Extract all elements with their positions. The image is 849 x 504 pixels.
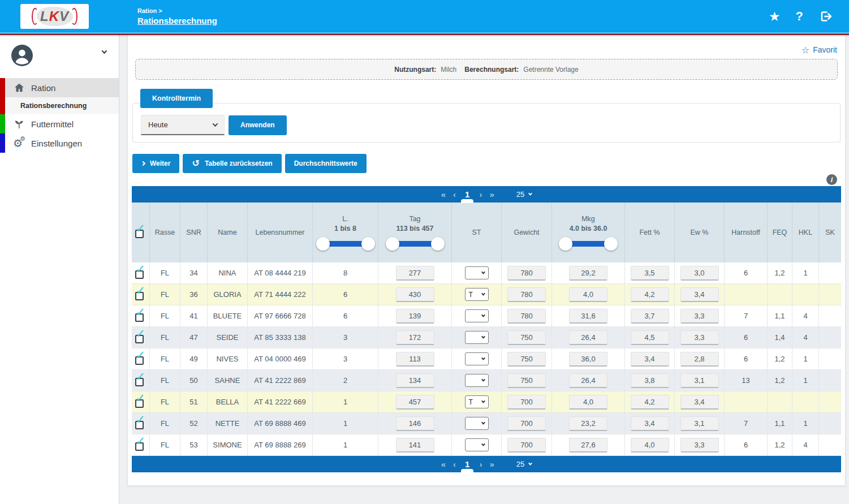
ew-input[interactable]: 3,4 (680, 395, 719, 410)
gewicht-input[interactable]: 780 (507, 309, 546, 324)
mkg-input[interactable]: 29,2 (569, 266, 607, 281)
gewicht-input[interactable]: 750 (507, 352, 546, 367)
ew-input[interactable]: 3,3 (680, 330, 719, 345)
user-chevron-down-icon[interactable] (102, 48, 107, 54)
tag-input[interactable]: 134 (396, 373, 434, 388)
current-page[interactable]: 1 (463, 189, 471, 199)
row-checkbox[interactable]: ✓ (135, 375, 146, 386)
current-page[interactable]: 1 (463, 459, 471, 469)
st-select[interactable]: T (465, 288, 489, 301)
lkv-logo[interactable]: LKV (20, 4, 89, 29)
prev-page-icon[interactable]: ‹ (453, 459, 455, 469)
mkg-input[interactable]: 36,0 (569, 352, 607, 367)
user-menu[interactable] (0, 35, 119, 76)
row-checkbox[interactable]: ✓ (135, 397, 146, 408)
tab-kontrolltermin[interactable]: Kontrolltermin (140, 89, 213, 108)
fett-input[interactable]: 4,2 (631, 287, 669, 302)
first-page-icon[interactable]: « (441, 189, 445, 199)
slider-handle-max[interactable] (361, 237, 375, 251)
ew-input[interactable]: 3,3 (680, 438, 719, 453)
st-select[interactable] (465, 417, 489, 430)
st-select[interactable] (465, 438, 489, 451)
breadcrumb-parent[interactable]: Ration > (137, 7, 217, 14)
mkg-input[interactable]: 26,4 (569, 330, 607, 345)
ew-input[interactable]: 3,4 (680, 287, 719, 302)
gewicht-input[interactable]: 780 (507, 266, 546, 281)
ew-input[interactable]: 3,3 (680, 309, 719, 324)
ew-input[interactable]: 3,1 (680, 416, 719, 431)
page-size-select[interactable]: 25 (516, 190, 532, 199)
st-select[interactable] (465, 266, 489, 279)
page-size-select[interactable]: 25 (516, 460, 532, 468)
st-select[interactable]: T (465, 395, 489, 408)
slider-handle-min[interactable] (316, 237, 330, 251)
slider-handle-max[interactable] (431, 237, 445, 251)
row-checkbox[interactable]: ✓ (135, 311, 146, 322)
next-page-icon[interactable]: › (479, 459, 481, 469)
tag-input[interactable]: 277 (396, 266, 434, 281)
mkg-input[interactable]: 4,0 (569, 287, 607, 302)
sidebar-item-futtermittel[interactable]: Futtermittel (0, 114, 119, 133)
tag-input[interactable]: 146 (396, 416, 434, 431)
sidebar-item-ration[interactable]: Ration (0, 78, 119, 97)
row-checkbox[interactable]: ✓ (135, 354, 146, 365)
fett-input[interactable]: 4,5 (631, 330, 669, 345)
tabelle-zuruecksetzen-button[interactable]: ↺ Tabelle zurücksetzen (183, 154, 281, 173)
row-checkbox[interactable]: ✓ (135, 332, 146, 343)
logout-icon[interactable] (818, 10, 833, 23)
select-all-checkbox[interactable]: ✓ (135, 227, 146, 238)
row-checkbox[interactable]: ✓ (135, 289, 146, 300)
st-select[interactable] (465, 374, 489, 387)
ew-input[interactable]: 2,8 (680, 352, 719, 367)
gewicht-input[interactable]: 700 (507, 438, 546, 453)
last-page-icon[interactable]: » (489, 459, 493, 469)
anwenden-button[interactable]: Anwenden (229, 115, 287, 135)
tag-input[interactable]: 172 (396, 330, 434, 345)
favorites-star-icon[interactable]: ★ (769, 9, 781, 24)
sidebar-item-rationsberechnung[interactable]: Rationsberechnung (0, 97, 119, 114)
next-page-icon[interactable]: › (479, 189, 481, 199)
weiter-button[interactable]: Weiter (132, 154, 179, 173)
row-checkbox[interactable]: ✓ (135, 418, 146, 429)
mkg-input[interactable]: 26,4 (569, 373, 607, 388)
favorit-link[interactable]: ☆ Favorit (128, 43, 845, 57)
prev-page-icon[interactable]: ‹ (453, 189, 455, 199)
st-select[interactable] (465, 331, 489, 344)
st-select[interactable] (465, 352, 489, 365)
gewicht-input[interactable]: 750 (507, 373, 546, 388)
sidebar-item-einstellungen[interactable]: ⚙⚙ Einstellungen (0, 133, 119, 153)
mkg-range-slider[interactable] (560, 237, 617, 251)
gewicht-input[interactable]: 780 (507, 287, 546, 302)
mkg-input[interactable]: 31,6 (569, 309, 607, 324)
slider-handle-min[interactable] (386, 237, 399, 251)
tag-input[interactable]: 141 (396, 438, 434, 453)
ew-input[interactable]: 3,0 (680, 266, 719, 281)
fett-input[interactable]: 3,8 (631, 373, 669, 388)
tag-input[interactable]: 113 (396, 352, 434, 367)
help-icon[interactable]: ? (796, 9, 803, 24)
tag-input[interactable]: 457 (396, 395, 434, 410)
info-icon[interactable]: i (826, 174, 837, 185)
l-range-slider[interactable] (317, 237, 374, 251)
mkg-input[interactable]: 23,2 (569, 416, 607, 431)
first-page-icon[interactable]: « (441, 459, 445, 469)
ew-input[interactable]: 3,1 (680, 373, 719, 388)
fett-input[interactable]: 3,4 (631, 352, 669, 367)
slider-handle-max[interactable] (604, 237, 618, 251)
gewicht-input[interactable]: 750 (507, 330, 546, 345)
tag-input[interactable]: 430 (396, 287, 434, 302)
breadcrumb-current[interactable]: Rationsberechnung (137, 16, 217, 25)
fett-input[interactable]: 3,7 (631, 309, 669, 324)
gewicht-input[interactable]: 700 (507, 416, 546, 431)
last-page-icon[interactable]: » (489, 189, 493, 199)
mkg-input[interactable]: 27,6 (569, 438, 607, 453)
slider-handle-min[interactable] (559, 237, 572, 251)
fett-input[interactable]: 4,0 (631, 438, 669, 453)
mkg-input[interactable]: 4,0 (569, 395, 607, 410)
row-checkbox[interactable]: ✓ (135, 440, 146, 451)
fett-input[interactable]: 4,2 (631, 395, 669, 410)
tag-input[interactable]: 139 (396, 309, 434, 324)
fett-input[interactable]: 3,5 (631, 266, 669, 281)
tag-range-slider[interactable] (387, 237, 443, 251)
fett-input[interactable]: 3,4 (631, 416, 669, 431)
